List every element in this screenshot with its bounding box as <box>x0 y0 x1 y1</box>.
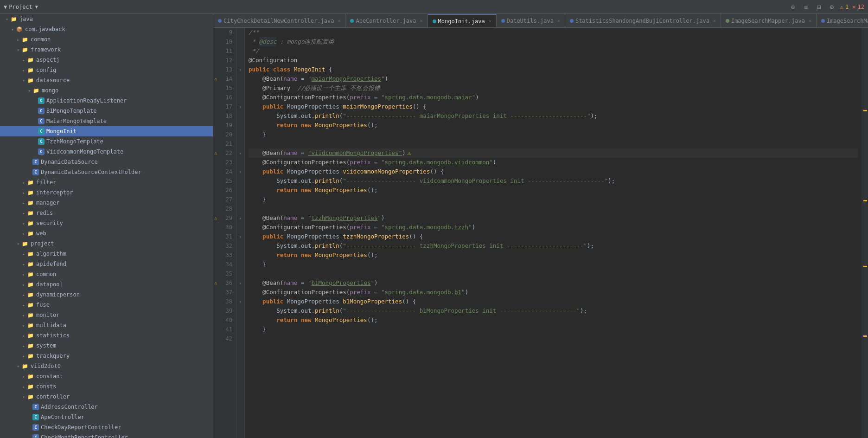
line-18: 18 <box>213 111 236 121</box>
tab-DateUtils[interactable]: DateUtils.java ✕ <box>497 14 565 28</box>
code-line-36: @Bean(name = "b1MongoProperties") <box>249 278 858 288</box>
sidebar-item-mongo[interactable]: 📁 mongo <box>0 85 213 96</box>
sidebar-item-redis[interactable]: 📁 redis <box>0 208 213 218</box>
tab-ImageSearchMapper[interactable]: ImageSearchMapper.java ✕ <box>721 14 817 28</box>
fold-icon[interactable]: ▾ <box>239 169 242 174</box>
code-line-31: public MongoProperties tzzhMongoProperti… <box>249 232 858 241</box>
sidebar-item-system[interactable]: 📁 system <box>0 341 213 351</box>
arrow-icon <box>20 180 27 185</box>
fold-icon[interactable]: ▾ <box>239 151 242 156</box>
sidebar-item-viid2dot0[interactable]: 📁 viid2dot0 <box>0 361 213 371</box>
sidebar-item-AddressController[interactable]: C AddressController <box>0 402 213 412</box>
tab-close-icon[interactable]: ✕ <box>557 18 560 23</box>
class-icon: C <box>38 148 45 155</box>
sidebar-item-ApplicationReadyListener[interactable]: C ApplicationReadyListener <box>0 96 213 106</box>
code-line-28 <box>249 204 858 213</box>
folder-icon: 📁 <box>21 36 29 43</box>
sidebar-item-web[interactable]: 📁 web <box>0 228 213 238</box>
sidebar-item-statistics[interactable]: 📁 statistics <box>0 330 213 341</box>
fold-icon[interactable]: ▾ <box>239 104 242 110</box>
sidebar-item-multidata[interactable]: 📁 multidata <box>0 320 213 330</box>
sidebar-item-apidefend[interactable]: 📁 apidefend <box>0 259 213 269</box>
fold-icon[interactable]: ▾ <box>239 67 242 72</box>
fold-icon[interactable]: ▾ <box>239 281 242 286</box>
class-icon: C <box>32 159 39 165</box>
sidebar-item-interceptor[interactable]: 📁 interceptor <box>0 187 213 198</box>
sidebar-item-project-common[interactable]: 📁 common <box>0 269 213 279</box>
tab-MongoInit[interactable]: MongoInit.java ✕ <box>428 14 497 28</box>
code-line-26: return new MongoProperties(); <box>249 186 858 195</box>
sidebar-item-CheckDayReportController[interactable]: C CheckDayReportController <box>0 422 213 432</box>
sidebar-item-trackquery[interactable]: 📁 trackquery <box>0 351 213 361</box>
sidebar-item-constant[interactable]: 📁 constant <box>0 371 213 381</box>
line-28: 28 <box>213 204 236 213</box>
project-label[interactable]: ▼ Project ▼ <box>4 4 38 10</box>
sidebar-item-MongoInit[interactable]: C MongoInit <box>0 126 213 136</box>
sidebar-item-manager[interactable]: 📁 manager <box>0 198 213 208</box>
tab-close-icon[interactable]: ✕ <box>489 19 491 24</box>
sidebar-item-security[interactable]: 📁 security <box>0 218 213 228</box>
project-icon: ▼ <box>4 4 7 10</box>
class-icon: C <box>32 404 39 410</box>
toolbar-gear-icon[interactable]: ⚙ <box>827 2 836 12</box>
tab-close-icon[interactable]: ✕ <box>338 18 340 23</box>
sidebar-item-fuse[interactable]: 📁 fuse <box>0 300 213 310</box>
tab-close-icon[interactable]: ✕ <box>713 18 716 23</box>
fold-icon[interactable]: ▾ <box>239 216 242 221</box>
folder-icon: 📁 <box>27 322 34 329</box>
sidebar-item-DynamicDataSource[interactable]: C DynamicDataSource <box>0 157 213 167</box>
sidebar-item-TzzhMongoTemplate[interactable]: C TzzhMongoTemplate <box>0 136 213 147</box>
tab-dot-icon <box>821 19 825 23</box>
arrow-icon <box>20 343 27 348</box>
line-20: 20 <box>213 130 236 139</box>
code-line-32: System.out.println("--------------------… <box>249 241 858 251</box>
toolbar-split-icon[interactable]: ⊟ <box>814 2 823 12</box>
code-line-39: System.out.println("--------------------… <box>249 306 858 316</box>
tab-CityCheckDetailNewController[interactable]: CityCheckDetailNewController.java ✕ <box>213 14 345 28</box>
sidebar-item-B1MongoTemplate[interactable]: C B1MongoTemplate <box>0 106 213 116</box>
sidebar-item-algorithm[interactable]: 📁 algorithm <box>0 249 213 259</box>
folder-icon: 📁 <box>27 189 34 196</box>
arrow-icon <box>20 292 27 297</box>
sidebar-item-controller[interactable]: 📁 controller <box>0 392 213 402</box>
warn-icon: ⚠ <box>214 213 217 223</box>
sidebar-item-framework[interactable]: 📁 framework <box>0 45 213 55</box>
sidebar-item-monitor[interactable]: 📁 monitor <box>0 310 213 320</box>
tab-close-icon[interactable]: ✕ <box>420 18 423 23</box>
toolbar-globe-icon[interactable]: ⊕ <box>788 2 798 12</box>
tab-close-icon[interactable]: ✕ <box>809 18 811 23</box>
sidebar-item-java[interactable]: 📁 java <box>0 14 213 24</box>
sidebar-item-DynamicDataSourceContextHolder[interactable]: C DynamicDataSourceContextHolder <box>0 167 213 177</box>
fold-icon[interactable]: ▾ <box>239 299 242 304</box>
fold-icon[interactable]: ▾ <box>239 234 242 239</box>
sidebar-item-CheckMonthReportController[interactable]: C CheckMonthReportController <box>0 432 213 438</box>
tab-ApeController[interactable]: ApeController.java ✕ <box>345 14 428 28</box>
code-line-16: @ConfigurationProperties(prefix = "sprin… <box>249 93 858 102</box>
sidebar-item-MaiarMongoTemplate[interactable]: C MaiarMongoTemplate <box>0 116 213 126</box>
code-content[interactable]: /** * @desc : mongo连接配置类 */ @Configurati… <box>245 28 862 438</box>
sidebar-item-consts[interactable]: 📁 consts <box>0 381 213 392</box>
sidebar-item-filter[interactable]: 📁 filter <box>0 177 213 187</box>
sidebar-item-ViidcommonMongoTemplate[interactable]: C ViidcommonMongoTemplate <box>0 147 213 157</box>
tab-ImageSearchMappe2[interactable]: ImageSearchMappe... ✕ <box>817 14 868 28</box>
sidebar-item-project[interactable]: 📁 project <box>0 238 213 249</box>
tab-StatisticsShandong[interactable]: StatisticsShandongAndBujiController.java… <box>565 14 721 28</box>
warning-icon: ⚠ <box>840 4 843 10</box>
sidebar-item-ApeController[interactable]: C ApeController <box>0 412 213 422</box>
class-icon: C <box>38 97 45 104</box>
toolbar-list-icon[interactable]: ≡ <box>801 2 811 12</box>
code-editor[interactable]: 9 10 11 12 13 ⚠ 14 15 16 17 18 19 20 21 … <box>213 28 868 438</box>
sidebar-item-aspectj[interactable]: 📁 aspectj <box>0 55 213 65</box>
sidebar-item-dynamicperson[interactable]: 📁 dynamicperson <box>0 290 213 300</box>
sidebar-item-com-javaback[interactable]: 📦 com.javaback <box>0 24 213 34</box>
sidebar-item-datasource[interactable]: 📁 datasource <box>0 75 213 85</box>
arrow-icon <box>20 333 27 338</box>
line-32: 32 <box>213 241 236 251</box>
line-31: 31 <box>213 232 236 241</box>
arrow-icon <box>20 68 27 73</box>
sidebar-item-datapool[interactable]: 📁 datapool <box>0 279 213 290</box>
sidebar-item-config[interactable]: 📁 config <box>0 65 213 75</box>
sidebar-item-common[interactable]: 📁 common <box>0 34 213 45</box>
code-line-25: System.out.println("--------------------… <box>249 176 858 186</box>
arrow-icon <box>20 262 27 267</box>
